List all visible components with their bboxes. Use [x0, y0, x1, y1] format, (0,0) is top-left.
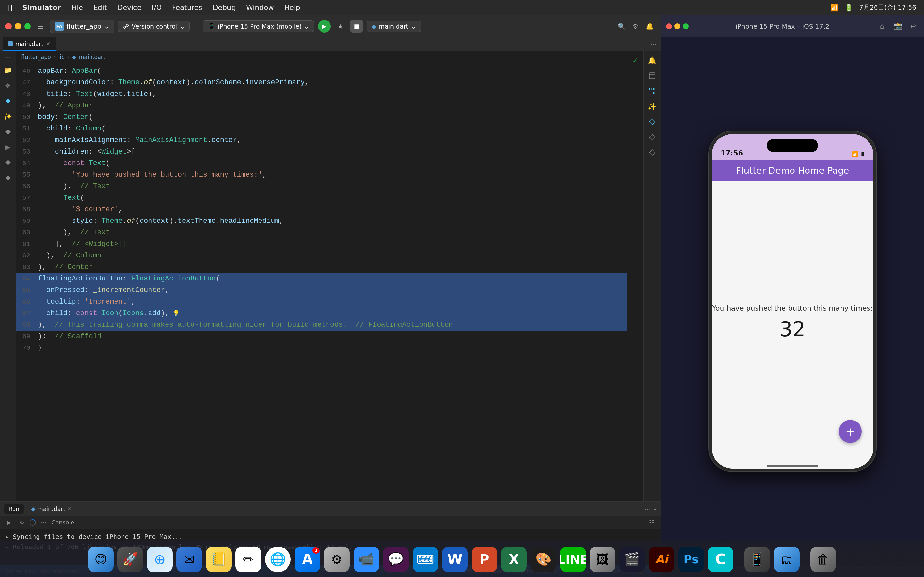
- vcs-selector[interactable]: ☍ Version control ⌄: [118, 21, 190, 32]
- settings-button[interactable]: ⚙: [630, 21, 641, 32]
- dock-notes[interactable]: 📒: [206, 546, 232, 572]
- dock-freeform[interactable]: ✏️: [236, 546, 261, 572]
- dock-appstore[interactable]: A 2: [294, 546, 320, 572]
- run-button[interactable]: ▶: [318, 20, 331, 33]
- menu-help[interactable]: Help: [284, 3, 300, 11]
- dock-line[interactable]: LINE: [560, 546, 586, 572]
- flutter-icon-sidebar[interactable]: [2, 95, 14, 107]
- flutter4-icon[interactable]: [2, 172, 14, 184]
- counter-label: You have pushed the button this many tim…: [712, 304, 873, 312]
- flutter-sidebar-icon2[interactable]: [646, 131, 659, 143]
- dock-photoshop[interactable]: Ps: [678, 546, 704, 572]
- tab-main-dart[interactable]: main.dart ✕: [3, 37, 55, 51]
- dock-zoom[interactable]: 📹: [354, 546, 379, 572]
- menu-io[interactable]: I/O: [152, 3, 162, 11]
- code-editor[interactable]: flutter_app › lib › ◆ main.dart 46 appBa…: [16, 51, 627, 501]
- notification-button[interactable]: 🔔: [644, 21, 656, 32]
- menu-file[interactable]: File: [71, 3, 83, 11]
- dock-preview[interactable]: 🖼: [590, 546, 615, 572]
- menu-window[interactable]: Window: [246, 3, 274, 11]
- collapse-panel-button[interactable]: –: [654, 505, 657, 513]
- iphone-fab[interactable]: +: [838, 420, 862, 443]
- tab-more-actions[interactable]: ⋯: [650, 40, 661, 48]
- dock-finder[interactable]: 😊: [88, 546, 113, 572]
- flutter3-icon[interactable]: [2, 157, 14, 168]
- dock-illustrator[interactable]: Ai: [649, 546, 674, 572]
- home-sim-icon[interactable]: ⌂: [877, 21, 888, 32]
- dock-systemprefs[interactable]: ⚙️: [324, 546, 350, 572]
- menu-features[interactable]: Features: [172, 3, 202, 11]
- dock-powerpoint[interactable]: P: [472, 546, 497, 572]
- gutter-dots[interactable]: ⋯: [5, 54, 11, 61]
- run-tab[interactable]: Run: [4, 504, 24, 514]
- notification-sidebar-icon[interactable]: 🔔: [646, 54, 659, 67]
- sim-minimize-button[interactable]: [674, 23, 680, 29]
- breadcrumb-lib[interactable]: lib: [58, 54, 65, 60]
- dock-simulator[interactable]: 📱: [744, 546, 770, 572]
- svg-point-7: [653, 92, 655, 94]
- tab-close-button[interactable]: ✕: [46, 41, 50, 47]
- search-toolbar-button[interactable]: 🔍: [615, 21, 627, 32]
- bottom-tab-close[interactable]: ✕: [67, 506, 71, 512]
- flutter-sidebar-icon1[interactable]: [646, 115, 659, 128]
- sparkle-sidebar-icon[interactable]: ✨: [646, 100, 659, 113]
- close-button[interactable]: [5, 23, 11, 29]
- code-line-64: 64 floatingActionButton: FloatingActionB…: [16, 273, 627, 285]
- run-gutter-icon[interactable]: ▶: [2, 141, 14, 153]
- dock-figma[interactable]: 🎨: [531, 546, 556, 572]
- restart-icon[interactable]: ↻: [17, 517, 27, 528]
- star-button[interactable]: ★: [334, 21, 346, 32]
- rotate-sim-icon[interactable]: ↩: [907, 21, 919, 32]
- code-line-55: 55 'You have pushed the button this many…: [16, 169, 627, 181]
- simulator-toolbar: iPhone 15 Pro Max – iOS 17.2 ⌂ 📸 ↩: [661, 15, 924, 37]
- console-grid-icon[interactable]: ☷: [646, 517, 657, 528]
- stop-button[interactable]: ■: [350, 20, 363, 33]
- sim-close-button[interactable]: [666, 23, 672, 29]
- bottom-file-tab[interactable]: ◆ main.dart ✕: [27, 504, 76, 514]
- menu-edit[interactable]: Edit: [94, 3, 107, 11]
- dock-excel[interactable]: X: [501, 546, 527, 572]
- dock-imovie[interactable]: 🎬: [619, 546, 645, 572]
- chevron-icon: ⌄: [180, 23, 185, 30]
- minimize-button[interactable]: [15, 23, 21, 29]
- left-gutter: ⋯ 📁 ❖ ✨ ▶: [0, 51, 16, 501]
- preview-icon[interactable]: [646, 69, 659, 82]
- sidebar-toggle-button[interactable]: ☰: [35, 21, 46, 32]
- run-console-icon[interactable]: ▶: [4, 517, 14, 528]
- bottom-more-icon[interactable]: ⋯: [645, 505, 651, 513]
- dock-word[interactable]: W: [442, 546, 468, 572]
- dock-vscode[interactable]: ⌨: [413, 546, 438, 572]
- file-selector[interactable]: ◆ main.dart ⌄: [367, 21, 421, 32]
- git-icon[interactable]: ❖: [2, 80, 14, 91]
- maximize-button[interactable]: [24, 23, 31, 29]
- menu-device[interactable]: Device: [117, 3, 141, 11]
- dock-finder2[interactable]: 🗂: [774, 546, 800, 572]
- dock-trash[interactable]: 🗑: [811, 546, 836, 572]
- dock-canva[interactable]: C: [708, 546, 733, 572]
- breadcrumb-file[interactable]: main.dart: [79, 54, 105, 60]
- dock-safari[interactable]: ⊕: [147, 546, 173, 572]
- file-browser-icon[interactable]: 📁: [2, 64, 14, 76]
- menu-debug[interactable]: Debug: [213, 3, 236, 11]
- flutter2-icon[interactable]: [2, 126, 14, 137]
- iphone-time: 17:56: [720, 149, 743, 157]
- code-line-58: 58 '$_counter',: [16, 204, 627, 215]
- menu-simulator[interactable]: Simulator: [22, 3, 61, 11]
- console-more-icon[interactable]: ⋯: [39, 517, 49, 528]
- dock-mail[interactable]: ✉️: [176, 546, 202, 572]
- dock-launchpad[interactable]: 🚀: [118, 546, 143, 572]
- project-selector[interactable]: FA flutter_app ⌄: [50, 19, 114, 33]
- breadcrumb-project[interactable]: flutter_app: [21, 54, 51, 60]
- flutter-sidebar-icon3[interactable]: [646, 146, 659, 159]
- dock-chrome[interactable]: 🌐: [265, 546, 291, 572]
- screenshot-sim-icon[interactable]: 📸: [892, 21, 903, 32]
- device-name: iPhone 15 Pro Max (mobile): [218, 23, 302, 30]
- apple-menu[interactable]: : [8, 3, 12, 11]
- bottom-tabs: Run ◆ main.dart ✕ ⋯ –: [0, 502, 661, 516]
- dock-slack[interactable]: 💬: [383, 546, 409, 572]
- sim-maximize-button[interactable]: [683, 23, 688, 29]
- iphone-dots-icon: …: [843, 150, 849, 157]
- device-selector[interactable]: 📱 iPhone 15 Pro Max (mobile) ⌄: [203, 20, 314, 32]
- git-sidebar-icon[interactable]: [646, 85, 659, 97]
- sparkle-icon[interactable]: ✨: [2, 111, 14, 122]
